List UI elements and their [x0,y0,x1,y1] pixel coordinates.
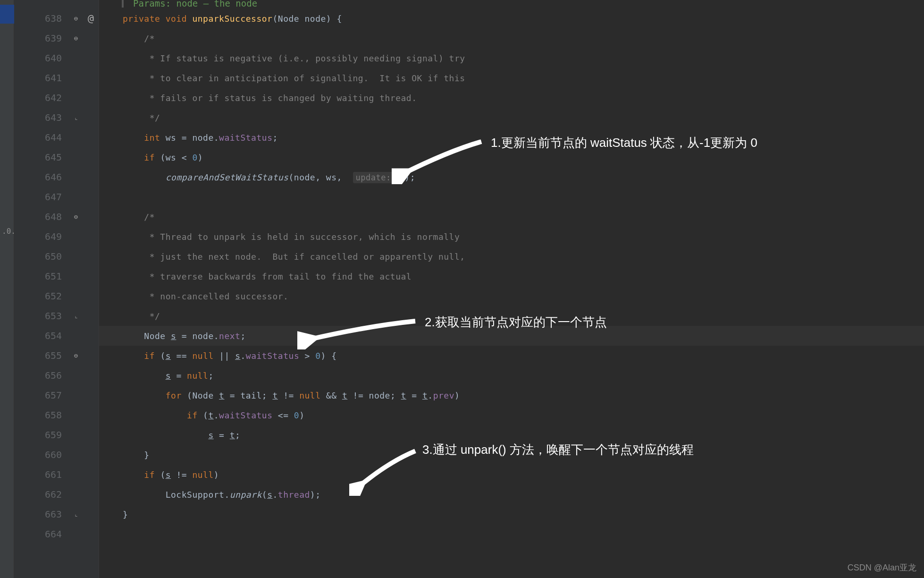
code-line[interactable]: if (t.waitStatus <= 0) [99,405,924,425]
annotation-1: 1.更新当前节点的 waitStatus 状态，从-1更新为 0 [491,135,757,151]
line-number: 654 [14,326,99,346]
line-number: 661 [14,465,99,484]
line-number: 650 [14,246,99,266]
line-number: 658 [14,405,99,425]
line-number: 664 [14,524,99,544]
annotation-2: 2.获取当前节点对应的下一个节点 [425,314,607,331]
line-number: 644 [14,128,99,147]
line-number: 639⊖ [14,28,99,48]
line-number: 641 [14,68,99,88]
code-line[interactable]: * traverse backwards from tail to find t… [99,266,924,286]
code-line[interactable]: * just the next node. But if cancelled o… [99,246,924,266]
left-strip: .0. [0,0,14,578]
code-line[interactable]: if (s == null || s.waitStatus > 0) { [99,346,924,366]
fold-icon[interactable]: ⊖ [74,15,78,22]
line-number: 659 [14,425,99,445]
code-line[interactable]: LockSupport.unpark(s.thread); [99,484,924,504]
line-number: 653⌞ [14,306,99,326]
line-number: 647 [14,187,99,207]
code-editor[interactable]: private void unparkSuccessor(Node node) … [99,0,924,578]
fold-end-icon[interactable]: ⌞ [75,114,78,121]
code-line[interactable]: * If status is negative (i.e., possibly … [99,48,924,68]
line-number: 656 [14,366,99,385]
fold-end-icon[interactable]: ⌞ [75,511,78,518]
code-line[interactable]: compareAndSetWaitStatus(node, ws, update… [99,167,924,187]
side-text: .0. [2,227,16,236]
line-number: 651 [14,266,99,286]
watermark: CSDN @Alan亚龙 [848,562,916,573]
line-number: 652 [14,286,99,306]
code-line[interactable]: if (s != null) [99,465,924,484]
code-line[interactable]: private void unparkSuccessor(Node node) … [99,8,924,28]
code-line[interactable]: * to clear in anticipation of signalling… [99,68,924,88]
override-icon[interactable]: @ [88,12,94,24]
code-line[interactable]: * fails or if status is changed by waiti… [99,88,924,108]
fold-icon[interactable]: ⊖ [74,352,78,359]
line-number: 649 [14,227,99,246]
code-line[interactable]: s = null; [99,366,924,385]
line-number: 642 [14,88,99,108]
fold-icon[interactable]: ⊖ [74,213,78,221]
code-line[interactable]: * Thread to unpark is held in successor,… [99,227,924,246]
line-number: 643⌞ [14,108,99,128]
line-number: 648⊖ [14,207,99,227]
line-number: 660 [14,445,99,465]
line-number: 663⌞ [14,504,99,524]
code-line[interactable]: */ [99,108,924,128]
code-line[interactable] [99,524,924,544]
line-number: 655⊖ [14,346,99,366]
code-line[interactable]: for (Node t = tail; t != null && t != no… [99,385,924,405]
line-number: 645 [14,147,99,167]
line-number: 657 [14,385,99,405]
fold-icon[interactable]: ⊖ [74,34,78,42]
line-number: 662 [14,484,99,504]
fold-end-icon[interactable]: ⌞ [75,313,78,319]
code-line[interactable]: } [99,504,924,524]
code-line[interactable] [99,187,924,207]
code-line[interactable]: /* [99,28,924,48]
blue-marker [0,5,14,24]
line-number: 646 [14,167,99,187]
gutter: 638@⊖639⊖640641642643⌞644645646647648⊖64… [14,0,99,578]
line-number: 640 [14,48,99,68]
code-line[interactable]: /* [99,207,924,227]
line-number: 638@⊖ [14,8,99,28]
code-line[interactable]: * non-cancelled successor. [99,286,924,306]
annotation-3: 3.通过 unpark() 方法，唤醒下一个节点对应的线程 [422,442,694,458]
